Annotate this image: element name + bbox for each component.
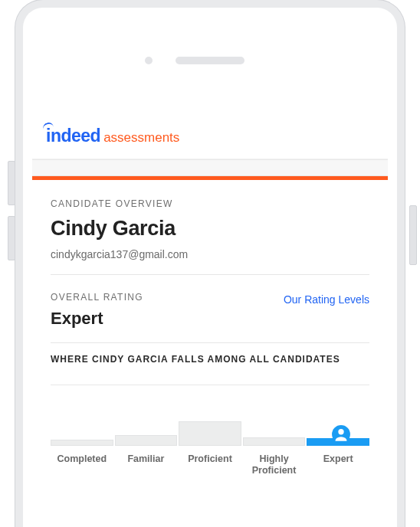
candidate-overview-section: CANDIDATE OVERVIEW Cindy Garcia cindykga… [32, 180, 388, 274]
brand-name: indeed [46, 126, 100, 146]
candidate-email: cindykgarcia137@gmail.com [51, 248, 369, 260]
svg-point-1 [338, 429, 343, 434]
bar-fill [51, 440, 113, 446]
chart-labels: Completed Familiar Proficient Highly Pro… [51, 453, 369, 476]
candidate-name: Cindy Garcia [51, 217, 369, 241]
phone-power-button [409, 205, 417, 265]
distribution-chart: Completed Familiar Proficient Highly Pro… [32, 385, 388, 476]
phone-volume-up-button [8, 161, 15, 205]
phone-frame: indeed assessments CANDIDATE OVERVIEW Ci… [15, 0, 405, 527]
rating-label: OVERALL RATING [51, 292, 143, 303]
rating-levels-link[interactable]: Our Rating Levels [284, 293, 369, 306]
speaker-grille [176, 57, 244, 64]
section-gap [32, 159, 388, 176]
label-highly-proficient: Highly Proficient [243, 453, 306, 476]
bar-fill [179, 421, 241, 446]
overview-label: CANDIDATE OVERVIEW [51, 198, 369, 209]
bar-completed [51, 385, 113, 446]
label-expert: Expert [307, 453, 369, 476]
bar-fill [115, 435, 178, 446]
label-proficient: Proficient [179, 453, 241, 476]
rating-value: Expert [51, 309, 143, 329]
chart-bars [51, 385, 369, 446]
label-familiar: Familiar [115, 453, 178, 476]
overall-rating-section: OVERALL RATING Expert Our Rating Levels [32, 275, 388, 342]
brand-logo: indeed assessments [46, 126, 374, 146]
label-completed: Completed [51, 453, 113, 476]
bar-fill [243, 437, 306, 446]
phone-volume-down-button [8, 216, 15, 260]
bar-familiar [115, 385, 178, 446]
distribution-title: WHERE CINDY GARCIA FALLS AMONG ALL CANDI… [32, 343, 388, 385]
phone-speaker-area [145, 57, 275, 64]
camera-dot-icon [145, 57, 153, 64]
app-header: indeed assessments [32, 109, 388, 159]
person-marker-icon [331, 424, 351, 444]
bar-proficient [179, 385, 241, 446]
bar-highly-proficient [243, 385, 306, 446]
brand-product: assessments [103, 130, 179, 146]
app-screen: indeed assessments CANDIDATE OVERVIEW Ci… [32, 109, 388, 527]
